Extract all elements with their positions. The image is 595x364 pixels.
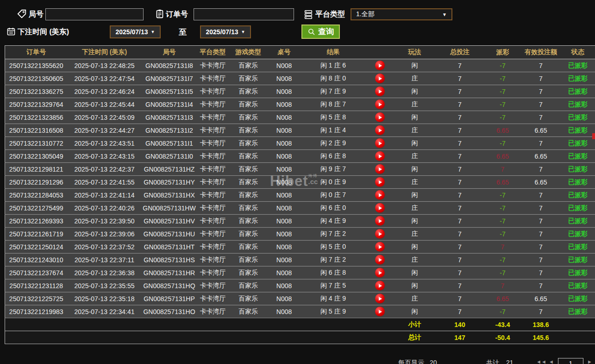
replay-video-icon[interactable]	[375, 294, 385, 303]
replay-video-icon[interactable]	[375, 242, 385, 252]
replay-video-icon[interactable]	[375, 229, 385, 239]
table-row: 250713221219983 2025-07-13 22:34:41 GN00…	[5, 305, 595, 318]
round-no-label: 局号	[29, 10, 44, 19]
valid-bet-cell: 7	[521, 241, 561, 253]
table-row: 250713221329764 2025-07-13 22:45:44 GN00…	[5, 98, 595, 111]
replay-video-icon[interactable]	[375, 74, 385, 83]
replay-video-icon[interactable]	[375, 177, 385, 187]
query-button[interactable]: 查询	[301, 25, 340, 39]
result-cell: 闲 6 庄 8	[301, 150, 366, 163]
platform-type-select[interactable]: 1.全部 ▼	[351, 8, 452, 20]
total-bet-cell: 7	[436, 305, 484, 318]
bet-time-label: 下注时间 (美东)	[18, 27, 69, 37]
replay-video-icon[interactable]	[375, 203, 385, 213]
page-number-input[interactable]: 1	[558, 358, 583, 364]
per-page-label: 每页显示	[398, 359, 424, 364]
table-no-cell: N008	[268, 292, 301, 305]
round-no-cell: GN008257131I0	[142, 150, 197, 163]
order-no-cell: 250713221231128	[5, 279, 68, 292]
replay-video-icon[interactable]	[375, 86, 385, 96]
order-no-cell: 250713221336275	[5, 85, 68, 98]
platform-cell: 卡卡湾厅	[197, 241, 229, 253]
replay-video-icon[interactable]	[375, 125, 385, 135]
table-no-cell: N008	[268, 228, 301, 241]
date-from-picker[interactable]: 2025/07/13▼	[110, 25, 161, 38]
page-number-value: 1	[569, 360, 573, 364]
valid-bet-cell: 7	[521, 189, 561, 202]
replay-cell	[366, 85, 394, 98]
replay-video-icon[interactable]	[375, 190, 385, 200]
col-play-type: 玩法	[394, 46, 436, 59]
play-type-cell: 闲	[394, 85, 436, 98]
valid-bet-cell: 7	[521, 85, 561, 98]
first-page-icon[interactable]: ◄◄	[536, 359, 546, 364]
replay-video-icon[interactable]	[375, 216, 385, 226]
round-no-cell: GN008257131I8	[142, 59, 197, 72]
order-no-cell: 250713221298121	[5, 163, 68, 176]
platform-cell: 卡卡湾厅	[197, 292, 229, 305]
status-badge: 已派彩	[561, 163, 595, 176]
play-type-cell: 闲	[394, 266, 436, 279]
game-type-cell: 百家乐	[229, 137, 268, 150]
game-type-cell: 百家乐	[229, 59, 268, 72]
valid-bet-cell: 7	[521, 279, 561, 292]
replay-cell	[366, 59, 394, 72]
prev-page-icon[interactable]: ◄	[549, 359, 554, 364]
replay-video-icon[interactable]	[375, 61, 385, 70]
replay-video-icon[interactable]	[375, 138, 385, 148]
order-no-cell: 250713221250124	[5, 241, 68, 253]
table-row: 250713221336275 2025-07-13 22:46:24 GN00…	[5, 85, 595, 98]
status-badge: 已派彩	[561, 202, 595, 215]
platform-cell: 卡卡湾厅	[197, 279, 229, 292]
payout-cell: 7	[484, 241, 521, 253]
platform-cell: 卡卡湾厅	[197, 253, 229, 266]
game-type-cell: 百家乐	[229, 305, 268, 318]
replay-video-icon[interactable]	[375, 268, 385, 278]
platform-cell: 卡卡湾厅	[197, 124, 229, 137]
payout-cell: -7	[484, 72, 521, 85]
order-no-cell: 250713221225725	[5, 292, 68, 305]
bet-time-cell: 2025-07-13 22:37:52	[68, 241, 142, 253]
next-page-icon[interactable]: ►	[587, 359, 592, 364]
replay-video-icon[interactable]	[375, 307, 385, 316]
replay-video-icon[interactable]	[375, 112, 385, 122]
replay-video-icon[interactable]	[375, 151, 385, 161]
platform-icon	[303, 9, 313, 19]
table-no-cell: N008	[268, 98, 301, 111]
valid-bet-cell: 7	[521, 215, 561, 228]
replay-cell	[366, 228, 394, 241]
replay-cell	[366, 150, 394, 163]
result-cell: 闲 6 庄 0	[301, 202, 366, 215]
result-cell: 闲 5 庄 9	[301, 305, 366, 318]
search-icon	[307, 28, 316, 36]
game-type-cell: 百家乐	[229, 85, 268, 98]
platform-cell: 卡卡湾厅	[197, 228, 229, 241]
bet-time-cell: 2025-07-13 22:44:27	[68, 124, 142, 137]
replay-video-icon[interactable]	[375, 164, 385, 174]
round-no-input[interactable]	[45, 8, 144, 20]
platform-cell: 卡卡湾厅	[197, 189, 229, 202]
result-cell: 闲 9 庄 7	[301, 163, 366, 176]
replay-video-icon[interactable]	[375, 255, 385, 265]
result-cell: 闲 1 庄 6	[301, 59, 366, 72]
order-no-input[interactable]	[194, 8, 294, 20]
table-no-cell: N008	[268, 85, 301, 98]
table-row: 250713221261719 2025-07-13 22:39:06 GN00…	[5, 228, 595, 241]
total-total-bet: 147	[436, 331, 484, 344]
round-no-cell: GN008257131HS	[142, 253, 197, 266]
payout-cell: -7	[484, 215, 521, 228]
total-count-label: 共计	[486, 359, 499, 364]
date-to-picker[interactable]: 2025/07/13▼	[200, 25, 251, 38]
play-type-cell: 庄	[394, 202, 436, 215]
round-no-cell: GN008257131HU	[142, 228, 197, 241]
replay-video-icon[interactable]	[375, 99, 385, 109]
col-valid-bet: 有效投注额	[521, 46, 561, 59]
game-type-cell: 百家乐	[229, 150, 268, 163]
result-cell: 闲 1 庄 4	[301, 124, 366, 137]
replay-video-icon[interactable]	[375, 281, 385, 290]
to-label: 至	[179, 27, 187, 37]
table-row: 250713221225725 2025-07-13 22:35:18 GN00…	[5, 292, 595, 305]
total-bet-cell: 7	[436, 279, 484, 292]
total-valid-bet: 145.6	[521, 331, 561, 344]
play-type-cell: 庄	[394, 72, 436, 85]
